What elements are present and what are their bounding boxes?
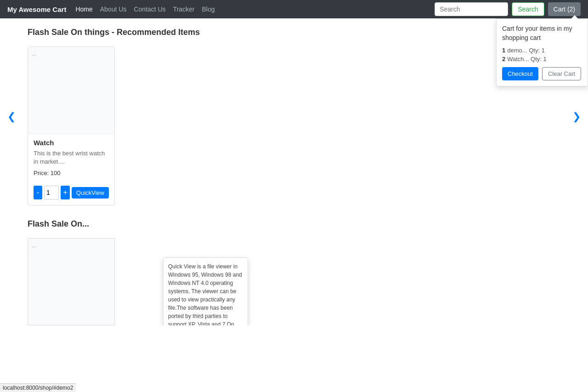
tooltip-text: Quick View is a file viewer in Windows 9… <box>168 262 243 325</box>
section2-title: Flash Sale On... <box>28 219 560 229</box>
product-price: Price: 100 <box>34 170 109 176</box>
qty-minus-button[interactable]: - <box>34 186 42 199</box>
section2-image-placeholder: ... <box>32 242 36 249</box>
cart-title: Cart for your items in my shopping cart <box>502 24 582 42</box>
product-cards: ... Watch This is the best wrist watch i… <box>28 46 560 205</box>
product-desc: This is the best wrist watch in market..… <box>34 149 109 166</box>
cart-item-text-1: demo... Qty: 1 <box>507 47 545 54</box>
nav-contact[interactable]: Contact Us <box>134 6 165 13</box>
carousel-left-arrow[interactable]: ❮ <box>7 111 16 123</box>
cart-item-num-2: 2 <box>502 56 505 62</box>
cart-button[interactable]: Cart (2) <box>548 2 581 16</box>
checkout-button[interactable]: Checkout <box>502 67 538 80</box>
quickview-button[interactable]: QuickView <box>72 187 109 199</box>
carousel-right-arrow[interactable]: ❯ <box>572 111 581 123</box>
qty-plus-button[interactable]: + <box>61 186 69 199</box>
tooltip-popup: Quick View is a file viewer in Windows 9… <box>163 257 248 325</box>
cart-item-1: 1 demo... Qty: 1 <box>502 47 582 54</box>
clear-cart-button[interactable]: Clear Cart <box>542 67 581 80</box>
nav-blog[interactable]: Blog <box>202 6 215 13</box>
qty-input[interactable] <box>44 186 59 199</box>
cart-items: 1 demo... Qty: 1 2 Watch... Qty: 1 <box>502 47 582 62</box>
product-image-area: ... <box>28 47 114 134</box>
section2: Flash Sale On... ... <box>0 219 588 325</box>
product-name: Watch <box>34 139 109 147</box>
product-actions: - + QuickView <box>28 186 114 199</box>
product-card-watch: ... Watch This is the best wrist watch i… <box>28 46 115 205</box>
section2-product-image: ... <box>28 238 115 325</box>
cart-item-text-2: Watch... Qty: 1 <box>507 56 546 62</box>
product-image: ... <box>32 51 36 57</box>
search-input[interactable] <box>435 2 508 16</box>
nav-about[interactable]: About Us <box>100 6 127 13</box>
product-body: Watch This is the best wrist watch in ma… <box>28 134 114 186</box>
cart-actions: Checkout Clear Cart <box>502 67 582 80</box>
nav-home[interactable]: Home <box>75 6 92 13</box>
navbar-right: Search Cart (2) <box>435 2 581 16</box>
cart-item-num-1: 1 <box>502 47 505 54</box>
navbar: My Awesome Cart Home About Us Contact Us… <box>0 0 588 18</box>
cart-dropdown: Cart for your items in my shopping cart … <box>496 18 588 86</box>
nav-tracker[interactable]: Tracker <box>173 6 195 13</box>
section1-title: Flash Sale On things - Recommended Items <box>28 28 560 37</box>
cart-item-2: 2 Watch... Qty: 1 <box>502 56 582 62</box>
nav-links: Home About Us Contact Us Tracker Blog <box>75 6 435 13</box>
search-button[interactable]: Search <box>512 2 544 16</box>
navbar-brand[interactable]: My Awesome Cart <box>7 6 66 13</box>
